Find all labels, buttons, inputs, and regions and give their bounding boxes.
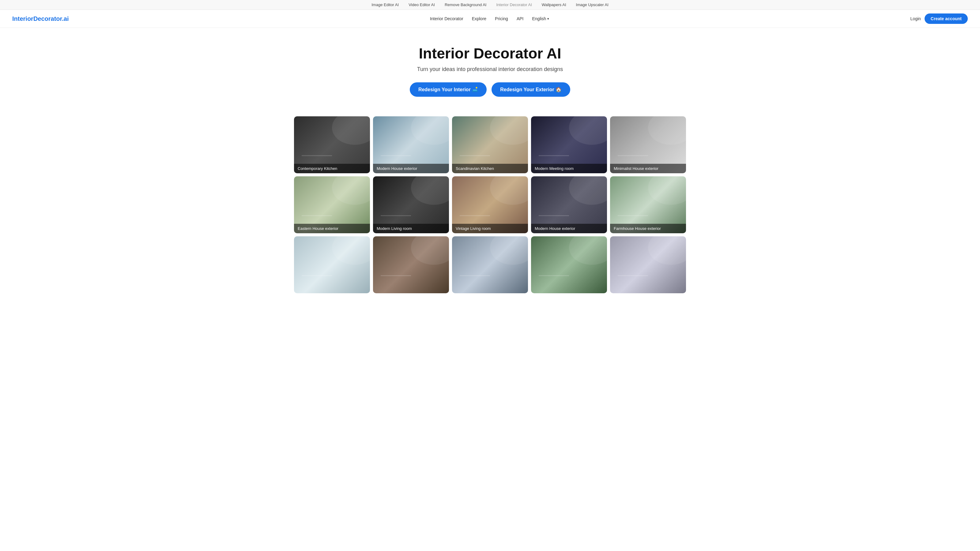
auth-buttons: Login Create account	[910, 13, 968, 24]
nav-api[interactable]: API	[517, 16, 524, 21]
topbar-link-image-upscaler[interactable]: Image Upscaler AI	[576, 2, 609, 7]
create-account-button[interactable]: Create account	[924, 13, 968, 24]
hero-section: Interior Decorator AI Turn your ideas in…	[0, 28, 980, 106]
hero-buttons: Redesign Your Interior 🛋️ Redesign Your …	[6, 83, 974, 97]
gallery-item[interactable]: Modern Living room	[373, 176, 449, 233]
gallery-item[interactable]: Scandinavian Kitchen	[452, 116, 528, 173]
card-label: Eastern House exterior	[294, 224, 370, 233]
card-label: Modern Living room	[373, 224, 449, 233]
gallery-item[interactable]: Eastern House exterior	[294, 176, 370, 233]
nav-explore[interactable]: Explore	[472, 16, 486, 21]
card-label: Modern House exterior	[373, 164, 449, 173]
gallery-item[interactable]: Minimalist House exterior	[610, 116, 686, 173]
gallery-item[interactable]: Contemporary Kitchen	[294, 116, 370, 173]
card-label: Modern Meeting room	[531, 164, 607, 173]
topbar-link-video-editor[interactable]: Video Editor AI	[409, 2, 435, 7]
topbar-link-interior-decorator[interactable]: Interior Decorator AI	[496, 2, 531, 7]
gallery-item[interactable]: Vintage Living room	[452, 176, 528, 233]
main-nav: Interior Decorator Explore Pricing API E…	[430, 16, 549, 21]
topbar-link-image-editor[interactable]: Image Editor AI	[371, 2, 399, 7]
gallery-item[interactable]: Modern House exterior	[373, 116, 449, 173]
gallery-item[interactable]: Modern Meeting room	[531, 116, 607, 173]
card-label: Minimalist House exterior	[610, 164, 686, 173]
gallery-item[interactable]	[531, 236, 607, 293]
language-selector[interactable]: English	[532, 16, 549, 21]
gallery-item[interactable]	[373, 236, 449, 293]
card-label: Vintage Living room	[452, 224, 528, 233]
nav-pricing[interactable]: Pricing	[495, 16, 508, 21]
redesign-exterior-button[interactable]: Redesign Your Exterior 🏠	[492, 83, 570, 97]
redesign-interior-button[interactable]: Redesign Your Interior 🛋️	[410, 83, 487, 97]
card-label: Contemporary Kitchen	[294, 164, 370, 173]
login-button[interactable]: Login	[910, 16, 921, 21]
gallery-item[interactable]: Farmhouse House exterior	[610, 176, 686, 233]
gallery-item[interactable]	[452, 236, 528, 293]
top-bar: Image Editor AI Video Editor AI Remove B…	[0, 0, 980, 10]
gallery-item[interactable]	[610, 236, 686, 293]
card-label: Farmhouse House exterior	[610, 224, 686, 233]
gallery-item[interactable]	[294, 236, 370, 293]
nav-interior-decorator[interactable]: Interior Decorator	[430, 16, 463, 21]
topbar-link-remove-bg[interactable]: Remove Background AI	[445, 2, 487, 7]
card-label: Modern House exterior	[531, 224, 607, 233]
gallery-section: Contemporary KitchenModern House exterio…	[288, 116, 692, 293]
gallery-grid: Contemporary KitchenModern House exterio…	[294, 116, 686, 293]
hero-subtitle: Turn your ideas into professional interi…	[6, 66, 974, 73]
gallery-item[interactable]: Modern House exterior	[531, 176, 607, 233]
topbar-link-wallpapers[interactable]: Wallpapers AI	[542, 2, 566, 7]
logo[interactable]: InteriorDecorator.ai	[12, 15, 69, 22]
main-header: InteriorDecorator.ai Interior Decorator …	[0, 10, 980, 28]
card-label: Scandinavian Kitchen	[452, 164, 528, 173]
hero-title: Interior Decorator AI	[6, 45, 974, 62]
